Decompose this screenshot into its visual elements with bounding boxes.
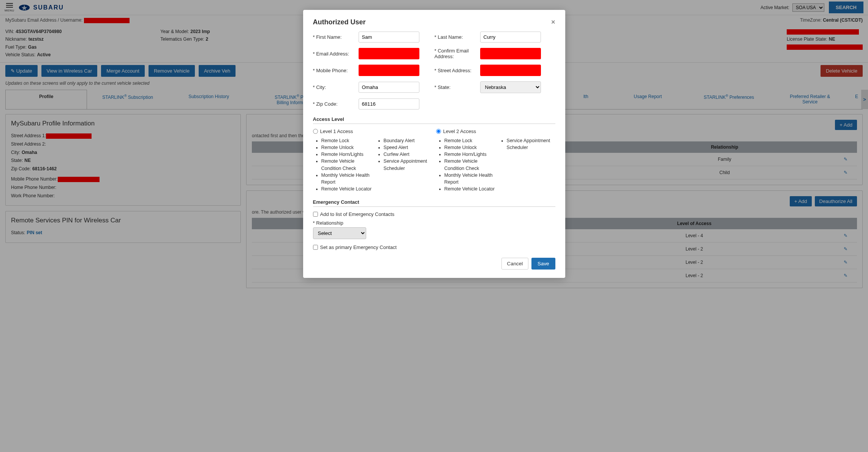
feature-item: Speed Alert — [384, 144, 432, 151]
primary-emergency-label: Set as primary Emergency Contact — [320, 244, 397, 250]
first-name-input[interactable] — [359, 32, 419, 43]
access-level-title: Access Level — [313, 116, 555, 122]
add-emergency-checkbox[interactable] — [313, 212, 318, 217]
feature-item: Remote Unlock — [321, 144, 372, 151]
feature-item: Remote Vehicle Condition Check — [321, 158, 372, 171]
feature-item: Service Appointment Scheduler — [507, 137, 555, 151]
level-2-features-col-2: Service Appointment Scheduler — [498, 137, 555, 192]
feature-item: Remote Vehicle Locator — [444, 186, 495, 192]
feature-item: Remote Horn/Lights — [444, 151, 495, 158]
last-name-label: * Last Name: — [435, 34, 480, 40]
street-label: * Street Address: — [435, 68, 480, 73]
modal-state-label: * State: — [435, 84, 480, 90]
feature-item: Boundary Alert — [384, 137, 432, 144]
redacted-confirm-email-input[interactable] — [480, 48, 541, 59]
zip-input[interactable] — [359, 98, 419, 109]
level-1-features-col-2: Boundary AlertSpeed AlertCurfew AlertSer… — [375, 137, 432, 192]
feature-item: Remote Horn/Lights — [321, 151, 372, 158]
state-select[interactable]: Nebraska — [480, 81, 541, 93]
confirm-email-label: * Confirm Email Address: — [435, 48, 480, 59]
mobile-label: * Mobile Phone: — [313, 68, 359, 73]
feature-item: Remote Vehicle Condition Check — [444, 158, 495, 171]
primary-emergency-checkbox[interactable] — [313, 245, 318, 250]
relationship-field-label: * Relationship — [313, 220, 555, 226]
feature-item: Monthly Vehicle Health Report — [321, 172, 372, 186]
level-2-radio[interactable] — [436, 129, 441, 134]
level-1-radio[interactable] — [313, 129, 318, 134]
save-button[interactable]: Save — [531, 258, 555, 270]
feature-item: Remote Unlock — [444, 144, 495, 151]
first-name-label: * First Name: — [313, 34, 359, 40]
feature-item: Service Appointment Scheduler — [384, 158, 432, 171]
feature-item: Remote Vehicle Locator — [321, 186, 372, 192]
feature-item: Monthly Vehicle Health Report — [444, 172, 495, 186]
authorized-user-modal: Authorized User × * First Name: * Last N… — [303, 10, 565, 278]
city-input[interactable] — [359, 82, 419, 93]
redacted-street-input[interactable] — [480, 65, 541, 76]
redacted-email-input[interactable] — [359, 48, 419, 59]
relationship-select[interactable]: Select — [313, 227, 366, 239]
level-2-label: Level 2 Access — [443, 128, 476, 134]
feature-item: Remote Lock — [444, 137, 495, 144]
modal-title: Authorized User — [313, 18, 551, 26]
modal-city-label: * City: — [313, 84, 359, 90]
modal-zip-label: * Zip Code: — [313, 101, 359, 107]
cancel-button[interactable]: Cancel — [501, 258, 529, 270]
level-1-label: Level 1 Access — [320, 128, 353, 134]
email-label: * Email Address: — [313, 51, 359, 57]
emergency-contact-title: Emergency Contact — [313, 199, 555, 205]
feature-item: Curfew Alert — [384, 151, 432, 158]
close-icon[interactable]: × — [551, 18, 555, 26]
level-1-features-col-1: Remote LockRemote UnlockRemote Horn/Ligh… — [313, 137, 372, 192]
redacted-mobile-input[interactable] — [359, 65, 419, 76]
last-name-input[interactable] — [480, 32, 541, 43]
add-emergency-label: Add to list of Emergency Contacts — [320, 211, 395, 217]
feature-item: Remote Lock — [321, 137, 372, 144]
level-2-features-col-1: Remote LockRemote UnlockRemote Horn/Ligh… — [436, 137, 495, 192]
